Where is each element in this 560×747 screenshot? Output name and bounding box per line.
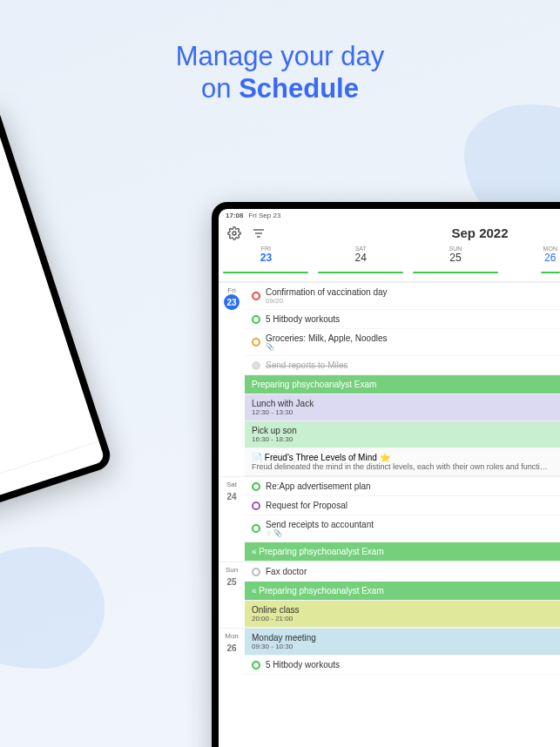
dow-label: Sun	[226, 566, 238, 574]
block-title: « Preparing phsychoanalyst Exam	[252, 547, 384, 556]
day-col-sun[interactable]: SUN 25	[408, 246, 503, 279]
dot-icon	[252, 315, 260, 324]
hero-heading: Manage your day on Schedule	[0, 0, 560, 104]
task-title: Fax doctor	[266, 567, 307, 576]
block-time: 12:30 - 13:30	[252, 408, 560, 416]
dot-icon	[252, 501, 260, 510]
day-number: 25	[224, 574, 240, 589]
date-label: Sun 25	[219, 562, 245, 628]
day-number: 26	[503, 252, 560, 264]
dow-label: SAT	[314, 246, 408, 252]
event-block[interactable]: Online class 20:00 - 21:00	[245, 601, 560, 628]
event-block[interactable]: Pick up son 16:30 - 18:30	[245, 421, 560, 448]
dot-icon	[252, 568, 260, 576]
task-row[interactable]: Send receipts to accountant☆ 📎	[245, 515, 560, 542]
day-section-sun25: Sun 25 Fax doctor « Preparing phsychoana…	[219, 562, 560, 628]
status-bar: 17:08 Fri Sep 23	[219, 209, 560, 222]
block-title: Preparing phsychoanalyst Exam	[252, 380, 376, 389]
dot-icon	[252, 661, 260, 670]
date-label: Sat 24	[219, 477, 245, 562]
dow-label: MON	[503, 246, 560, 252]
month-title[interactable]: Sep 2022	[276, 225, 560, 240]
block-title: Online class	[252, 605, 560, 615]
task-row[interactable]: Fax doctor	[245, 562, 560, 582]
task-title: Re:App advertisement plan	[266, 481, 371, 491]
task-row[interactable]: 5 Hitbody workouts	[245, 656, 560, 675]
hero-line2: on Schedule	[0, 72, 560, 104]
day-number: 23	[224, 294, 240, 310]
dot-icon	[252, 361, 260, 370]
week-strip[interactable]: FRI 23 SAT 24 SUN 25 MON 26 TUE 27	[219, 244, 560, 282]
gear-icon[interactable]	[227, 226, 241, 240]
event-block[interactable]: Monday meeting 09:30 - 10:30	[245, 629, 560, 656]
task-title: Request for Proposal	[266, 501, 347, 510]
task-title: Confirmation of vaccination day	[266, 287, 388, 297]
svg-point-0	[233, 232, 236, 235]
day-number: 24	[224, 488, 240, 504]
event-block[interactable]: Preparing phsychoanalyst Exam	[245, 375, 560, 394]
day-number: 23	[219, 252, 314, 264]
hero-line2-prefix: on	[201, 73, 239, 104]
toolbar: Sep 2022	[219, 222, 560, 244]
dow-label: FRI	[219, 246, 314, 252]
block-time: 09:30 - 10:30	[252, 643, 560, 650]
dow-label: SUN	[408, 246, 503, 252]
note-body: Freud delineated the mind in the distinc…	[252, 462, 560, 471]
event-block[interactable]: « Preparing phsychoanalyst Exam	[245, 582, 560, 601]
task-row-completed[interactable]: Send reports to Miles	[245, 356, 560, 375]
tablet-main: 17:08 Fri Sep 23 Sep 2022 FRI 23 SAT 24	[212, 202, 560, 747]
hero-line2-bold: Schedule	[239, 73, 359, 104]
date-label: Fri 23	[219, 283, 245, 476]
event-block[interactable]: Lunch with Jack 12:30 - 13:30	[245, 394, 560, 421]
dow-label: Mon	[225, 632, 239, 640]
schedule-content[interactable]: Fri 23 Confirmation of vaccination day 0…	[219, 282, 560, 747]
status-date: Fri Sep 23	[248, 212, 280, 219]
dot-icon	[252, 292, 260, 300]
dot-icon	[252, 482, 260, 491]
task-title: 5 Hitbody workouts	[266, 660, 340, 670]
day-number: 26	[224, 640, 240, 656]
task-sub: 09/20	[266, 297, 388, 305]
note-block[interactable]: 📄 Freud's Three Levels of Mind ⭐ Freud d…	[245, 448, 560, 476]
task-title: Groceries: Milk, Apple, Noodles	[266, 333, 388, 343]
day-col-fri[interactable]: FRI 23	[219, 246, 314, 279]
task-row[interactable]: Confirmation of vaccination day 09/20	[245, 283, 560, 310]
task-title: 5 Hitbody workouts	[266, 314, 340, 324]
task-title: Send reports to Miles	[266, 360, 348, 370]
task-row[interactable]: Re:App advertisement plan	[245, 477, 560, 496]
status-time: 17:08	[226, 212, 243, 219]
day-section-mon26: Mon 26 Monday meeting 09:30 - 10:30 5 Hi…	[219, 628, 560, 675]
block-title: « Preparing phsychoanalyst Exam	[252, 586, 384, 596]
tablet-left: 23 24 st Exam Re:App advertisement Reque…	[0, 101, 114, 543]
dow-label: Sat	[226, 481, 237, 488]
day-number: 24	[314, 252, 408, 264]
block-time: 20:00 - 21:00	[252, 615, 560, 622]
day-number: 25	[408, 252, 503, 264]
day-section-fri23: Fri 23 Confirmation of vaccination day 0…	[219, 282, 560, 476]
task-extra: 📎	[266, 343, 388, 351]
day-col-mon[interactable]: MON 26	[503, 246, 560, 279]
event-block[interactable]: « Preparing phsychoanalyst Exam	[245, 542, 560, 562]
dot-icon	[252, 524, 260, 533]
task-row[interactable]: Request for Proposal	[245, 496, 560, 515]
note-title: 📄 Freud's Three Levels of Mind ⭐	[252, 453, 560, 462]
task-row[interactable]: Groceries: Milk, Apple, Noodles 📎	[245, 329, 560, 356]
dow-label: Fri	[227, 286, 235, 294]
day-section-sat24: Sat 24 Re:App advertisement plan Request…	[219, 476, 560, 562]
block-title: Lunch with Jack	[252, 399, 560, 408]
task-extra: ☆ 📎	[266, 529, 374, 537]
day-col-sat[interactable]: SAT 24	[314, 246, 408, 279]
block-title: Pick up son	[252, 426, 560, 435]
date-label: Mon 26	[219, 629, 245, 675]
task-row[interactable]: 5 Hitbody workouts	[245, 310, 560, 329]
bg-blob	[0, 547, 105, 669]
hero-line1: Manage your day	[0, 40, 560, 72]
task-title: Send receipts to accountant	[266, 520, 374, 529]
block-time: 16:30 - 18:30	[252, 435, 560, 443]
dot-icon	[252, 338, 260, 347]
block-title: Monday meeting	[252, 633, 560, 643]
filter-icon[interactable]	[252, 226, 266, 240]
